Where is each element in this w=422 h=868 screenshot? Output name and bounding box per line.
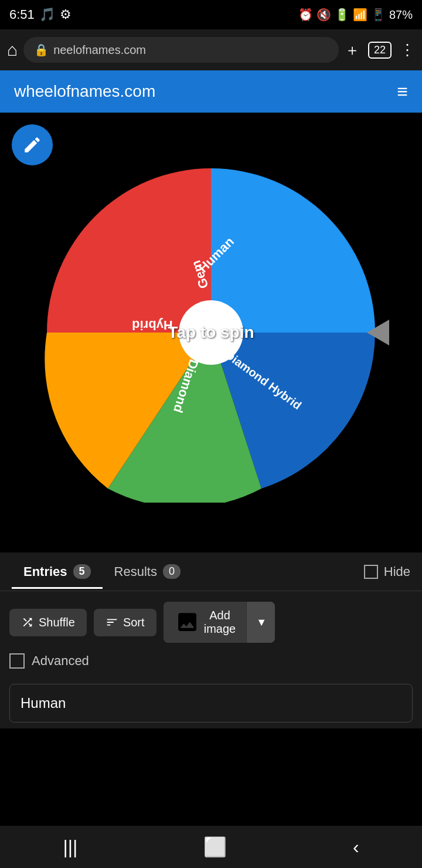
entries-area bbox=[0, 678, 422, 728]
shuffle-label: Shuffle bbox=[39, 616, 75, 629]
hamburger-menu-icon[interactable]: ≡ bbox=[397, 81, 408, 103]
wheel[interactable]: Human Diamond Hybrid Diamond Hybrid Gem … bbox=[41, 162, 381, 503]
status-bar: 6:51 🎵 ⚙ ⏰ 🔇 🔋 📶 📱 87% bbox=[0, 0, 422, 29]
browser-actions: ＋ 22 ⋮ bbox=[345, 40, 415, 60]
battery-icon: 🔋 bbox=[335, 8, 349, 22]
segment-gem bbox=[47, 168, 211, 333]
app-title: wheelofnames.com bbox=[14, 82, 155, 101]
add-image-dropdown[interactable]: ▼ bbox=[247, 602, 275, 643]
music-icon: 🎵 bbox=[39, 7, 55, 22]
shuffle-icon bbox=[21, 616, 34, 629]
segment-human bbox=[211, 168, 375, 333]
nav-bar: ||| ⬜ ‹ bbox=[0, 826, 422, 868]
wheel-area[interactable]: Human Diamond Hybrid Diamond Hybrid Gem … bbox=[0, 113, 422, 552]
forward-nav-icon[interactable]: ‹ bbox=[353, 836, 359, 858]
edit-button[interactable] bbox=[12, 124, 53, 165]
tab-count[interactable]: 22 bbox=[368, 42, 392, 59]
wheel-svg[interactable]: Human Diamond Hybrid Diamond Hybrid Gem bbox=[41, 162, 381, 503]
lock-icon: 🔒 bbox=[34, 43, 49, 57]
tabs-bar: Entries 5 Results 0 Hide bbox=[0, 552, 422, 591]
home-nav-icon[interactable]: ⬜ bbox=[203, 836, 227, 858]
wifi-icon: 📶 bbox=[353, 8, 367, 22]
settings-icon: ⚙ bbox=[60, 7, 72, 22]
sort-label: Sort bbox=[123, 616, 145, 629]
tab-results[interactable]: Results 0 bbox=[103, 555, 192, 589]
back-nav-icon[interactable]: ||| bbox=[63, 836, 77, 858]
add-image-split-button: Add image ▼ bbox=[164, 602, 275, 643]
status-right: ⏰ 🔇 🔋 📶 📱 87% bbox=[298, 8, 413, 22]
hide-section: Hide bbox=[364, 564, 410, 579]
tab-entries[interactable]: Entries 5 bbox=[12, 555, 103, 589]
controls-bar: Shuffle Sort Add image ▼ bbox=[0, 591, 422, 649]
label-hybrid: Hybrid bbox=[132, 318, 173, 333]
first-entry-input[interactable] bbox=[9, 684, 413, 723]
more-options-icon[interactable]: ⋮ bbox=[400, 41, 415, 59]
signal-icon: 📱 bbox=[371, 8, 386, 22]
sort-button[interactable]: Sort bbox=[94, 609, 156, 636]
pencil-icon bbox=[22, 135, 42, 155]
add-image-icon bbox=[175, 610, 199, 634]
mute-icon: 🔇 bbox=[316, 8, 331, 22]
browser-bar: ⌂ 🔒 neelofnames.com ＋ 22 ⋮ bbox=[0, 29, 422, 70]
battery-percent: 87% bbox=[389, 8, 413, 22]
new-tab-icon[interactable]: ＋ bbox=[345, 40, 360, 60]
advanced-row: Advanced bbox=[0, 649, 422, 678]
app-header: wheelofnames.com ≡ bbox=[0, 70, 422, 113]
advanced-checkbox[interactable] bbox=[9, 653, 25, 669]
center-circle bbox=[179, 300, 243, 365]
url-text: neelofnames.com bbox=[53, 43, 146, 57]
add-image-label: Add image bbox=[204, 609, 236, 636]
wheel-pointer bbox=[367, 320, 389, 345]
alarm-icon: ⏰ bbox=[298, 8, 313, 22]
url-bar[interactable]: 🔒 neelofnames.com bbox=[23, 37, 339, 63]
sort-icon bbox=[106, 616, 118, 629]
hide-label: Hide bbox=[384, 564, 410, 579]
results-count: 0 bbox=[163, 564, 181, 579]
results-label: Results bbox=[114, 564, 157, 579]
entries-label: Entries bbox=[23, 564, 67, 579]
status-left: 6:51 🎵 ⚙ bbox=[9, 7, 72, 22]
add-image-button[interactable]: Add image bbox=[164, 602, 248, 643]
home-icon[interactable]: ⌂ bbox=[7, 40, 18, 60]
shuffle-button[interactable]: Shuffle bbox=[9, 609, 87, 636]
time: 6:51 bbox=[9, 7, 35, 22]
advanced-label: Advanced bbox=[32, 653, 89, 669]
entries-count: 5 bbox=[73, 564, 91, 579]
hide-checkbox[interactable] bbox=[364, 565, 378, 579]
